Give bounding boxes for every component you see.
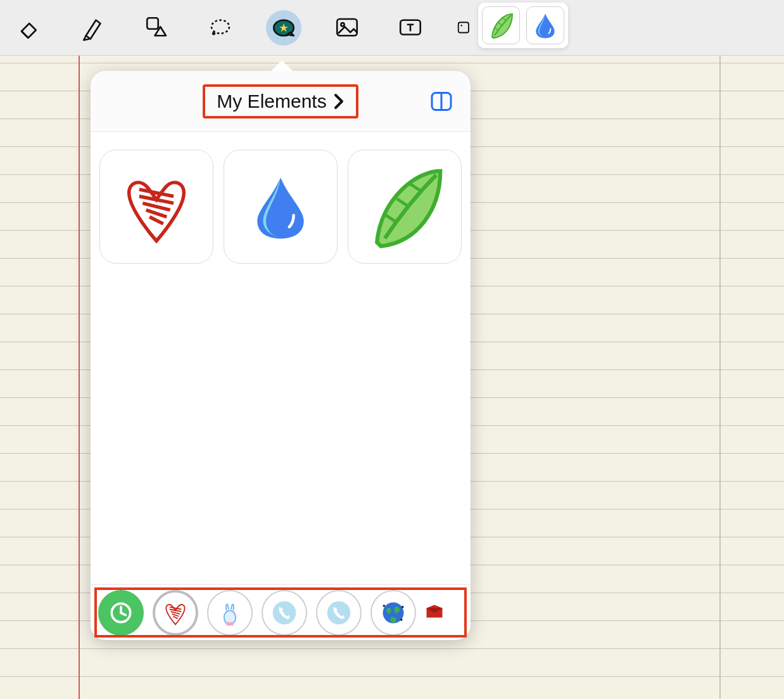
phone-icon — [325, 599, 353, 627]
category-bunny[interactable] — [207, 590, 253, 636]
image-icon — [334, 15, 360, 41]
textbox-icon — [397, 15, 424, 41]
leaf-icon — [357, 159, 452, 254]
clock-icon — [107, 599, 135, 627]
category-recent[interactable] — [98, 590, 144, 636]
heart-sketch-icon — [115, 159, 198, 254]
highlighter-icon — [80, 15, 107, 41]
drop-icon — [246, 159, 315, 254]
shapes-tool[interactable] — [139, 10, 175, 46]
highlighter-tool[interactable] — [76, 10, 111, 46]
element-drop[interactable] — [224, 150, 338, 264]
drop-icon — [531, 9, 559, 42]
stickers-tool[interactable] — [266, 10, 301, 46]
category-earth[interactable] — [370, 590, 416, 636]
heart-sketch-icon — [161, 599, 189, 627]
lasso-tool[interactable] — [203, 10, 238, 46]
sticker-star-icon — [270, 15, 297, 41]
leaf-icon — [486, 10, 516, 41]
phone-icon — [270, 599, 298, 627]
popover-body — [91, 132, 471, 584]
eraser-icon — [17, 15, 44, 41]
popover-category-strip — [91, 584, 471, 640]
more-tool[interactable] — [456, 10, 475, 46]
elements-popover: My Elements — [91, 71, 471, 640]
popover-header: My Elements — [91, 71, 471, 132]
element-heart[interactable] — [99, 150, 213, 264]
envelope-icon — [425, 599, 444, 627]
margin-line — [79, 56, 80, 699]
lasso-icon — [207, 15, 234, 41]
earth-icon — [379, 599, 407, 627]
top-toolbar — [0, 0, 784, 56]
shapes-icon — [144, 15, 170, 41]
bunny-icon — [216, 599, 244, 627]
chevron-right-icon — [332, 93, 345, 110]
category-phone-2[interactable] — [316, 590, 362, 636]
eraser-tool[interactable] — [13, 10, 48, 46]
more-icon — [456, 15, 475, 41]
quick-slot-leaf[interactable] — [482, 6, 520, 44]
popover-title-button[interactable]: My Elements — [203, 84, 358, 119]
split-view-icon — [430, 90, 453, 113]
split-view-button[interactable] — [429, 89, 454, 114]
image-tool[interactable] — [329, 10, 365, 46]
page-right-edge — [719, 56, 721, 699]
category-envelope[interactable] — [425, 590, 444, 636]
quick-slot-drop[interactable] — [526, 6, 564, 44]
quick-slots — [478, 3, 568, 48]
popover-title-label: My Elements — [217, 91, 326, 112]
category-heart[interactable] — [153, 590, 198, 636]
textbox-tool[interactable] — [393, 10, 428, 46]
element-leaf[interactable] — [348, 150, 462, 264]
category-phone-1[interactable] — [262, 590, 307, 636]
